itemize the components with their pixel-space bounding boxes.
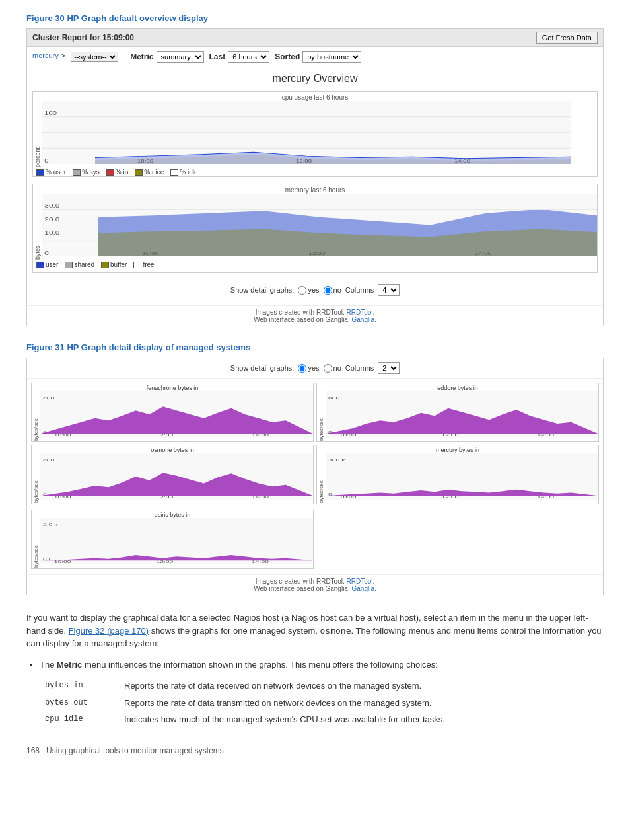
svg-text:0: 0 xyxy=(328,492,332,497)
svg-text:14:00: 14:00 xyxy=(454,158,470,163)
metric-bold: Metric xyxy=(57,660,82,669)
legend-io: % io xyxy=(106,169,128,176)
mini-graph-osiris-title: osiris bytes in xyxy=(32,510,313,518)
no-radio[interactable] xyxy=(324,286,332,295)
svg-text:800: 800 xyxy=(43,457,55,462)
yes-radio[interactable] xyxy=(298,286,306,295)
fig31-yes-radio[interactable] xyxy=(298,364,306,373)
definition-row-bytes-in: bytes in Reports the rate of data receiv… xyxy=(40,677,590,695)
svg-text:12:00: 12:00 xyxy=(157,432,174,437)
svg-text:14:00: 14:00 xyxy=(475,250,491,256)
fig31-columns-select[interactable]: 2 xyxy=(378,362,400,374)
rrdtool-link[interactable]: RRDTool xyxy=(347,309,373,316)
def-desc-bytes-in: Reports the rate of data received on net… xyxy=(119,677,590,695)
svg-text:12:00: 12:00 xyxy=(157,494,174,499)
osmone-svg: 800 0 10:00 12:00 14:00 xyxy=(40,453,313,500)
legend-user: % user xyxy=(36,169,66,176)
legend-mem-shared: shared xyxy=(65,261,94,268)
metric-select[interactable]: summary xyxy=(157,51,204,63)
fig31-no-label[interactable]: no xyxy=(324,364,341,373)
no-radio-label[interactable]: no xyxy=(324,286,341,295)
columns-label: Columns xyxy=(345,286,374,294)
svg-text:10:00: 10:00 xyxy=(339,494,357,499)
memory-y-axis: bytes xyxy=(33,194,42,260)
fig31-no-radio[interactable] xyxy=(324,364,332,373)
metric-label: Metric xyxy=(130,52,153,61)
memory-graph-container: memory last 6 hours bytes 30.0 20.0 10.0… xyxy=(32,184,598,273)
mercury-svg: 300 k 0 10:00 12:00 14:00 xyxy=(326,453,598,500)
svg-text:0: 0 xyxy=(44,250,49,256)
sorted-select[interactable]: by hostname xyxy=(302,51,361,63)
fenachrone-svg: 800 0 10:00 12:00 14:00 xyxy=(40,391,313,438)
memory-graph-title: memory last 6 hours xyxy=(33,184,597,194)
figure30-title: Figure 30 HP Graph default overview disp… xyxy=(26,13,604,23)
svg-text:300 k: 300 k xyxy=(328,457,345,462)
mini-graph-eddore: eddore bytes in bytes/sec 600 0 10:00 12… xyxy=(316,383,599,442)
cpu-graph-title: cpu usage last 6 hours xyxy=(33,92,597,101)
mini-graph-osiris: osiris bytes in bytes/sec 2.0 k 0.0 10:0… xyxy=(31,510,314,569)
figure31-title: Figure 31 HP Graph detail display of man… xyxy=(26,342,604,352)
legend-sys: % sys xyxy=(73,169,100,176)
ganglia-link[interactable]: Ganglia xyxy=(352,316,374,323)
overview-content: mercury Overview cpu usage last 6 hours … xyxy=(27,67,603,305)
def-code-cpu-idle: cpu idle xyxy=(40,711,119,728)
osiris-svg: 2.0 k 0.0 10:00 12:00 14:00 xyxy=(40,518,313,564)
yes-radio-label[interactable]: yes xyxy=(298,286,319,295)
last-section: Last 6 hours xyxy=(209,51,270,63)
svg-text:14:00: 14:00 xyxy=(252,494,269,499)
cpu-right-panel xyxy=(571,101,597,167)
body-paragraph1: If you want to display the graphical dat… xyxy=(26,611,604,650)
legend-mem-user: user xyxy=(36,261,58,268)
metric-section: Metric summary xyxy=(130,51,203,63)
fig31-columns-label: Columns xyxy=(345,364,374,372)
columns-select[interactable]: 4 xyxy=(378,284,400,296)
cpu-graph-container: cpu usage last 6 hours percent 100 0 xyxy=(32,91,598,177)
nav-arrow: > xyxy=(61,52,65,59)
memory-graph-svg: 30.0 20.0 10.0 0 10:00 12:00 14:00 xyxy=(42,194,597,256)
sorted-section: Sorted by hostname xyxy=(275,51,361,63)
nav-container: mercury > --system-- xyxy=(32,52,118,62)
def-desc-cpu-idle: Indicates how much of the managed system… xyxy=(119,711,590,728)
mini-graph-osmone: osmone bytes in bytes/sec 800 0 10:00 12… xyxy=(31,445,314,504)
svg-text:14:00: 14:00 xyxy=(537,494,554,499)
fig31-controls: Show detail graphs: yes no Columns 2 xyxy=(27,358,603,379)
svg-text:10:00: 10:00 xyxy=(339,432,357,437)
svg-text:0: 0 xyxy=(44,157,49,163)
figure30-footer: Images created with RRDTool. RRDTool. We… xyxy=(27,305,603,326)
bullet-list: The Metric menu influences the informati… xyxy=(40,658,604,671)
get-fresh-data-button[interactable]: Get Fresh Data xyxy=(536,32,598,44)
fig31-ganglia-link[interactable]: Ganglia xyxy=(352,585,374,592)
svg-text:10:00: 10:00 xyxy=(137,158,153,163)
svg-text:20.0: 20.0 xyxy=(44,216,59,222)
fig31-y0: bytes/sec xyxy=(32,391,40,441)
figure32-link[interactable]: Figure 32 (page 170) xyxy=(69,626,149,636)
legend-nice: % nice xyxy=(135,169,164,176)
fig31-y4: bytes/sec xyxy=(32,518,40,568)
nav-mercury-link[interactable]: mercury xyxy=(32,52,59,59)
memory-legend: user shared buffer free xyxy=(33,260,597,270)
cpu-y-axis: percent xyxy=(33,101,42,167)
overview-title: mercury Overview xyxy=(32,73,598,85)
definition-row-cpu-idle: cpu idle Indicates how much of the manag… xyxy=(40,711,590,728)
svg-text:0: 0 xyxy=(43,492,47,497)
cpu-graph-inner: 100 0 10:00 12:00 14:00 xyxy=(42,101,571,167)
figure31-box: Show detail graphs: yes no Columns 2 fen… xyxy=(26,358,604,595)
page-footer-text: Using graphical tools to monitor managed… xyxy=(46,746,224,755)
fig31-rrdtool-link[interactable]: RRDTool xyxy=(347,578,373,585)
def-desc-bytes-out: Reports the rate of data transmitted on … xyxy=(119,695,590,712)
svg-text:10:00: 10:00 xyxy=(54,559,71,564)
figure30-box: Cluster Report for 15:09:00 Get Fresh Da… xyxy=(26,28,604,326)
nav-system-select[interactable]: --system-- xyxy=(71,52,118,62)
cluster-report-title: Cluster Report for 15:09:00 xyxy=(32,33,134,42)
svg-text:14:00: 14:00 xyxy=(252,559,269,564)
figure31-footer: Images created with RRDTool. RRDTool. We… xyxy=(27,574,603,595)
svg-text:600: 600 xyxy=(328,395,340,400)
bullet-item-metric: The Metric menu influences the informati… xyxy=(40,658,604,671)
memory-graph-inner: 30.0 20.0 10.0 0 10:00 12:00 14:00 xyxy=(42,194,597,260)
svg-text:12:00: 12:00 xyxy=(157,559,174,564)
mini-graphs-grid: fenachrone bytes in bytes/sec 800 0 10:0… xyxy=(27,379,603,508)
svg-text:0.0: 0.0 xyxy=(43,557,53,562)
last-select[interactable]: 6 hours xyxy=(228,51,269,63)
cpu-legend: % user % sys % io % nice % idle xyxy=(33,167,597,177)
fig31-yes-label[interactable]: yes xyxy=(298,364,319,373)
